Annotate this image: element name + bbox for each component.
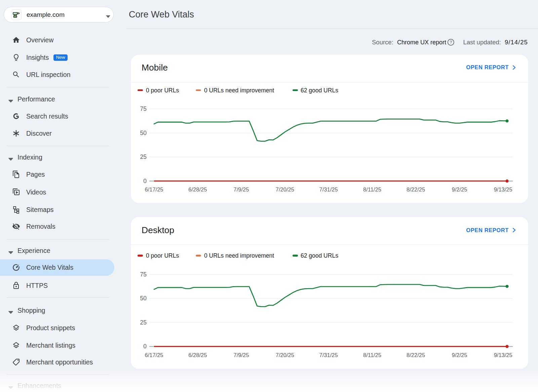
svg-text:6/28/25: 6/28/25 xyxy=(188,186,207,192)
svg-text:9/13/25: 9/13/25 xyxy=(494,352,512,358)
svg-text:7/9/25: 7/9/25 xyxy=(234,352,249,358)
svg-text:0: 0 xyxy=(143,177,147,184)
svg-text:7/20/25: 7/20/25 xyxy=(276,352,294,358)
svg-text:8/22/25: 8/22/25 xyxy=(407,186,425,192)
svg-text:8/22/25: 8/22/25 xyxy=(407,352,425,358)
svg-text:6/17/25: 6/17/25 xyxy=(145,352,163,358)
svg-text:9/2/25: 9/2/25 xyxy=(452,186,467,192)
svg-text:8/11/25: 8/11/25 xyxy=(363,352,381,358)
svg-text:50: 50 xyxy=(140,129,147,136)
svg-text:7/20/25: 7/20/25 xyxy=(276,186,294,192)
svg-text:50: 50 xyxy=(140,295,147,302)
svg-text:7/31/25: 7/31/25 xyxy=(319,186,338,192)
svg-text:9/13/25: 9/13/25 xyxy=(494,186,512,192)
svg-text:6/17/25: 6/17/25 xyxy=(145,186,163,192)
svg-text:7/9/25: 7/9/25 xyxy=(234,186,249,192)
svg-text:7/31/25: 7/31/25 xyxy=(319,352,338,358)
svg-text:25: 25 xyxy=(140,154,147,160)
svg-text:75: 75 xyxy=(140,105,147,112)
svg-text:0: 0 xyxy=(143,343,147,350)
svg-text:6/28/25: 6/28/25 xyxy=(188,352,207,358)
svg-text:75: 75 xyxy=(140,271,147,277)
svg-text:?: ? xyxy=(450,40,452,45)
svg-text:9/2/25: 9/2/25 xyxy=(452,352,467,358)
svg-text:8/11/25: 8/11/25 xyxy=(363,186,381,192)
svg-text:25: 25 xyxy=(140,319,147,326)
